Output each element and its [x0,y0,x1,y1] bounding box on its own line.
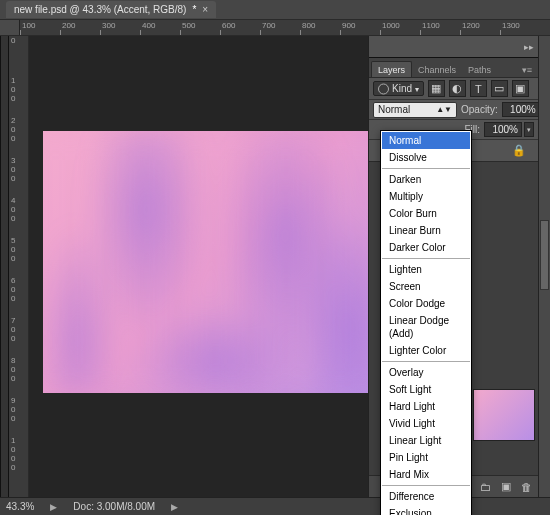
horizontal-ruler: 1002003004005006007008009001000110012001… [0,20,550,36]
ruler-origin[interactable] [0,20,20,35]
blend-option-hard-mix[interactable]: Hard Mix [382,466,470,483]
ruler-tick: 1200 [462,21,480,30]
ruler-tick: 1000 [9,436,28,472]
blend-option-pin-light[interactable]: Pin Light [382,449,470,466]
ruler-tick: 900 [342,21,355,30]
ruler-tick: 200 [9,116,28,143]
layer-thumbnail[interactable] [473,389,535,441]
panel-options-icon[interactable]: ▾≡ [516,62,538,77]
status-menu-icon[interactable]: ▶ [171,502,178,512]
ruler-tick: 500 [182,21,195,30]
ruler-tick: 400 [142,21,155,30]
canvas-area[interactable] [29,36,368,497]
menu-separator [382,258,470,259]
filter-kind-dropdown[interactable]: Kind ▾ [373,81,424,96]
ruler-tick: 800 [302,21,315,30]
ruler-tick: 300 [9,156,28,183]
dirty-indicator: * [192,4,196,15]
tab-paths[interactable]: Paths [462,62,497,77]
blend-option-linear-light[interactable]: Linear Light [382,432,470,449]
ruler-tick: 1300 [502,21,520,30]
panel-collapse-bar[interactable]: ▸▸ [369,36,538,58]
ruler-tick: 900 [9,396,28,423]
filter-type-icon[interactable]: T [470,80,487,97]
opacity-field[interactable]: 100% [502,102,540,117]
doc-size: Doc: 3.00M/8.00M [73,501,155,512]
opacity-label: Opacity: [461,104,498,115]
trash-icon[interactable]: 🗑 [521,481,532,493]
blend-option-color-burn[interactable]: Color Burn [382,205,470,222]
vertical-ruler: 01002003004005006007008009001000 [9,36,29,497]
artwork [43,131,368,393]
document-tab-bar: new file.psd @ 43.3% (Accent, RGB/8) * × [0,0,550,20]
vertical-scrollbar[interactable] [538,36,550,497]
blend-option-multiply[interactable]: Multiply [382,188,470,205]
tab-layers[interactable]: Layers [371,61,412,77]
new-layer-icon[interactable]: ▣ [501,480,511,493]
blend-option-vivid-light[interactable]: Vivid Light [382,415,470,432]
blend-mode-dropdown[interactable]: Normal ▲▼ [373,102,457,118]
filter-pixel-icon[interactable]: ▦ [428,80,445,97]
blend-option-difference[interactable]: Difference [382,488,470,505]
ruler-tick: 100 [9,76,28,103]
blend-option-soft-light[interactable]: Soft Light [382,381,470,398]
blend-option-darker-color[interactable]: Darker Color [382,239,470,256]
ruler-tick: 600 [9,276,28,303]
filter-adjust-icon[interactable]: ◐ [449,80,466,97]
status-arrow-icon[interactable]: ▶ [50,502,57,512]
blend-option-hard-light[interactable]: Hard Light [382,398,470,415]
menu-separator [382,361,470,362]
blend-option-linear-dodge-add-[interactable]: Linear Dodge (Add) [382,312,470,342]
ruler-tick: 600 [222,21,235,30]
blend-option-screen[interactable]: Screen [382,278,470,295]
blend-option-exclusion[interactable]: Exclusion [382,505,470,515]
blend-option-normal[interactable]: Normal [382,132,470,149]
close-icon[interactable]: × [202,4,208,15]
lock-icon[interactable]: 🔒 [512,144,526,157]
ruler-tick: 0 [9,36,28,45]
tab-channels[interactable]: Channels [412,62,462,77]
scrollbar-thumb[interactable] [540,220,549,290]
blend-mode-menu[interactable]: NormalDissolveDarkenMultiplyColor BurnLi… [380,130,472,515]
fill-field[interactable]: 100% [484,122,522,137]
document-title: new file.psd @ 43.3% (Accent, RGB/8) [14,4,186,15]
chevron-down-icon: ▲▼ [436,105,452,114]
blend-option-linear-burn[interactable]: Linear Burn [382,222,470,239]
menu-separator [382,168,470,169]
blend-option-lighten[interactable]: Lighten [382,261,470,278]
ruler-tick: 400 [9,196,28,223]
document-tab[interactable]: new file.psd @ 43.3% (Accent, RGB/8) * × [6,1,216,18]
left-strip [0,36,9,497]
ruler-tick: 800 [9,356,28,383]
ruler-tick: 100 [22,21,35,30]
ruler-tick: 1100 [422,21,440,30]
blend-option-overlay[interactable]: Overlay [382,364,470,381]
blend-option-dissolve[interactable]: Dissolve [382,149,470,166]
blend-option-lighter-color[interactable]: Lighter Color [382,342,470,359]
ruler-tick: 300 [102,21,115,30]
ruler-tick: 200 [62,21,75,30]
ruler-tick: 1000 [382,21,400,30]
fill-stepper[interactable]: ▾ [524,122,534,137]
blend-mode-value: Normal [378,104,410,115]
ruler-tick: 500 [9,236,28,263]
folder-icon[interactable]: 🗀 [480,481,491,493]
filter-smart-icon[interactable]: ▣ [512,80,529,97]
blend-option-color-dodge[interactable]: Color Dodge [382,295,470,312]
panel-menu-icon[interactable]: ▸▸ [524,42,534,52]
ruler-tick: 700 [9,316,28,343]
filter-shape-icon[interactable]: ▭ [491,80,508,97]
menu-separator [382,485,470,486]
blend-option-darken[interactable]: Darken [382,171,470,188]
layer-filter-row: Kind ▾ ▦ ◐ T ▭ ▣ [369,78,538,100]
zoom-field[interactable]: 43.3% [6,501,34,512]
ruler-tick: 700 [262,21,275,30]
